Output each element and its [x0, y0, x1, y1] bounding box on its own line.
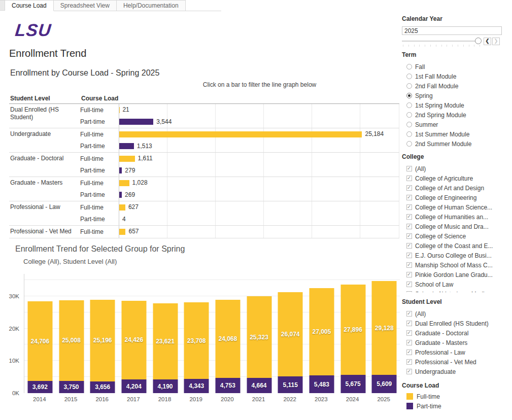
bar-cell: 3,544: [119, 116, 399, 128]
calendar-year-label: Calendar Year: [402, 15, 442, 22]
legend-item-part-time[interactable]: Part-time: [402, 401, 512, 411]
college-option-college-of-human-science[interactable]: College of Human Science...: [402, 202, 512, 212]
bar-graduate-doctoral-part-time[interactable]: [119, 167, 122, 173]
college-option-college-of-engineering[interactable]: College of Engineering: [402, 193, 512, 202]
term-option-2nd-fall-module[interactable]: 2nd Fall Module: [402, 81, 512, 91]
x-tick-label: 2020: [212, 396, 243, 402]
student-level-option-dual-enrolled-hs-student[interactable]: Dual Enrolled (HS Student): [402, 319, 512, 328]
y-tick-label: 0K: [0, 390, 19, 397]
student-level-option-undergraduate[interactable]: Undergraduate: [402, 367, 512, 376]
bar-dual-enrolled-hs-student-part-time[interactable]: [119, 119, 153, 125]
checkbox-checked-icon: [406, 233, 412, 239]
bar-value-label: 279: [125, 167, 135, 174]
checkbox-checked-icon: [406, 262, 412, 268]
student-level-checkbox-list: (All)Dual Enrolled (HS Student)Graduate …: [402, 309, 512, 376]
college-option-school-of-law[interactable]: School of Law: [402, 279, 512, 289]
radio-icon: [406, 131, 412, 137]
college-option-manship-school-of-mass-c[interactable]: Manship School of Mass C...: [402, 260, 512, 270]
trend-column-2025: 29,1285,609: [368, 274, 400, 393]
course-load-table-body: Dual Enrolled (HS Student)Full-time21Par…: [9, 104, 399, 238]
course-load-chart-subtitle: Click on a bar to filter the line graph …: [120, 81, 399, 88]
tab-help-documentation[interactable]: Help/Documentation: [117, 0, 186, 11]
college-option-college-of-science[interactable]: College of Science: [402, 231, 512, 241]
student-level-option-graduate-masters[interactable]: Graduate - Masters: [402, 338, 512, 347]
full-time-value-label: 26,074: [275, 330, 306, 338]
college-option-college-of-humanities-an[interactable]: College of Humanities an...: [402, 212, 512, 222]
college-option-school-of-veterinary-medi[interactable]: School of Veterinary Medi...: [402, 289, 512, 292]
college-option-college-of-the-coast-and-e[interactable]: College of the Coast and E...: [402, 241, 512, 251]
student-level-option-option-label: Undergraduate: [415, 368, 456, 375]
column-header-course-load: Course Load: [81, 95, 118, 102]
student-level-cell: Undergraduate: [9, 128, 80, 152]
trend-column-2021: 25,3234,664: [244, 274, 275, 393]
student-level-option-graduate-doctoral[interactable]: Graduate - Doctoral: [402, 328, 512, 338]
radio-icon: [406, 64, 412, 69]
bar-professional-law-full-time[interactable]: [119, 204, 125, 211]
course-load-row: Full-time21: [80, 104, 399, 116]
term-option-spring[interactable]: Spring: [402, 91, 512, 100]
course-load-group-dual-enrolled-hs-student: Dual Enrolled (HS Student)Full-time21Par…: [9, 104, 399, 128]
checkbox-checked-icon: [406, 330, 412, 336]
tab-spreadsheet-view[interactable]: Spreadsheet View: [54, 0, 117, 11]
calendar-year-slider-track[interactable]: [402, 41, 479, 42]
trend-x-axis: 2014201520162017201820192020202120222023…: [24, 396, 399, 402]
bar-cell: 1,611: [119, 153, 399, 165]
term-option-1st-spring-module[interactable]: 1st Spring Module: [402, 100, 512, 110]
bar-graduate-masters-full-time[interactable]: [119, 180, 129, 186]
full-time-value-label: 24,426: [118, 336, 150, 344]
college-option-college-of-agriculture[interactable]: College of Agriculture: [402, 173, 512, 183]
college-option-pinkie-gordon-lane-gradu[interactable]: Pinkie Gordon Lane Gradu...: [402, 270, 512, 279]
course-load-row: Full-time25,184: [80, 128, 399, 141]
trend-y-axis: 0K10K20K30K: [0, 274, 21, 393]
calendar-year-slider-ticks: [403, 45, 480, 47]
college-option-option-label: E.J. Ourso College of Busi...: [415, 252, 492, 259]
course-load-legend: Full-timePart-time: [402, 392, 512, 411]
student-level-option-professional-vet-med[interactable]: Professional - Vet Med: [402, 357, 512, 367]
trend-column-2019: 23,7084,343: [181, 274, 212, 393]
trend-chart-subtitle: College (All), Student Level (All): [23, 258, 117, 265]
bar-graduate-masters-part-time[interactable]: [119, 192, 122, 198]
term-option-2nd-summer-module[interactable]: 2nd Summer Module: [402, 139, 512, 149]
calendar-year-next-button[interactable]: ❯: [492, 38, 500, 45]
part-time-value-label: 4,190: [150, 382, 181, 391]
radio-icon: [406, 122, 412, 127]
dashboard: Course LoadSpreadsheet ViewHelp/Document…: [0, 0, 512, 420]
college-option-e-j-ourso-college-of-busi[interactable]: E.J. Ourso College of Busi...: [402, 251, 512, 260]
bar-undergraduate-full-time[interactable]: [119, 131, 362, 137]
calendar-year-slider-handle[interactable]: [475, 38, 482, 44]
bar-professional-vet-med-full-time[interactable]: [119, 229, 125, 235]
course-load-chart-title: Enrollment by Course Load - Spring 2025: [10, 68, 159, 78]
course-load-group-graduate-doctoral: Graduate - DoctoralFull-time1,611Part-ti…: [9, 153, 399, 177]
term-option-1st-summer-module[interactable]: 1st Summer Module: [402, 129, 512, 139]
legend-item-label: Part-time: [417, 403, 441, 410]
term-option-1st-fall-module[interactable]: 1st Fall Module: [402, 72, 512, 81]
course-load-cell: Part-time: [80, 118, 119, 125]
college-option-college-of-art-and-design[interactable]: College of Art and Design: [402, 183, 512, 193]
term-radio-list: Fall1st Fall Module2nd Fall ModuleSpring…: [402, 62, 512, 149]
course-load-cell: Full-time: [80, 180, 119, 187]
college-option-option-label: College of the Coast and E...: [415, 242, 493, 250]
student-level-option-option-label: Professional - Law: [415, 349, 465, 356]
calendar-year-prev-button[interactable]: ❮: [484, 38, 491, 45]
term-option-summer[interactable]: Summer: [402, 120, 512, 129]
term-option-2nd-spring-module[interactable]: 2nd Spring Module: [402, 110, 512, 120]
checkbox-checked-icon: [406, 282, 412, 287]
bar-graduate-doctoral-full-time[interactable]: [119, 156, 135, 162]
student-level-option-all[interactable]: (All): [402, 309, 512, 319]
full-time-value-label: 23,708: [181, 337, 212, 345]
college-option-all[interactable]: (All): [402, 164, 512, 173]
trend-column-2014: 24,7063,692: [24, 274, 56, 393]
term-option-fall[interactable]: Fall: [402, 62, 512, 72]
term-option-option-label: 1st Fall Module: [415, 73, 456, 80]
bar-undergraduate-part-time[interactable]: [119, 143, 134, 149]
calendar-year-input[interactable]: [402, 26, 502, 35]
bar-value-label: 1,513: [137, 143, 152, 150]
tab-course-load[interactable]: Course Load: [5, 0, 54, 11]
checkbox-checked-icon: [406, 321, 412, 326]
college-option-college-of-music-and-dra[interactable]: College of Music and Dra...: [402, 222, 512, 231]
full-time-value-label: 25,196: [87, 336, 118, 344]
college-option-option-label: Manship School of Mass C...: [415, 262, 493, 269]
student-level-option-professional-law[interactable]: Professional - Law: [402, 347, 512, 357]
legend-item-full-time[interactable]: Full-time: [402, 392, 512, 401]
student-level-option-option-label: (All): [415, 310, 426, 318]
